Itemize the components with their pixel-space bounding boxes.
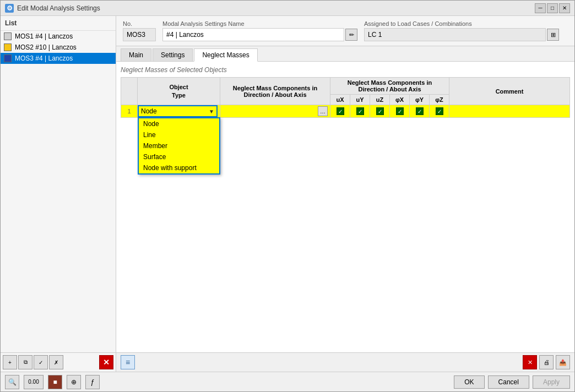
minimize-button[interactable]: ─: [535, 3, 546, 13]
header-row: No. Modal Analysis Settings Name ✏ Assig…: [116, 16, 574, 46]
tab-neglect-masses[interactable]: Neglect Masses: [194, 48, 257, 62]
ux-checkbox-cell[interactable]: ✓: [330, 105, 350, 118]
th-neglect-group: Neglect Mass Components in Direction / A…: [330, 78, 449, 95]
phiy-checkbox-cell[interactable]: ✓: [410, 105, 430, 118]
main-content: List MOS1 #4 | Lanczos MOS2 #10 | Lanczo…: [1, 16, 574, 372]
panel-content: Neglect Masses of Selected Objects Objec…: [116, 62, 574, 352]
mos3-color: [4, 55, 12, 62]
window-title: Edit Modal Analysis Settings: [17, 4, 531, 12]
name-edit-button[interactable]: ✏: [345, 29, 357, 41]
value-button[interactable]: 0.00: [24, 375, 44, 389]
neglect-masses-table: ObjectType Neglect Mass Components in Di…: [121, 77, 570, 118]
th-object-type: ObjectType: [138, 78, 220, 105]
dropdown-arrow-icon: ▼: [209, 108, 214, 115]
color-button[interactable]: ■: [48, 375, 62, 389]
script-button[interactable]: ƒ: [85, 375, 100, 389]
mos3-label: MOS3 #4 | Lanczos: [15, 55, 73, 62]
sidebar-list: MOS1 #4 | Lanczos MOS2 #10 | Lanczos MOS…: [1, 31, 116, 352]
phiz-checkbox-cell[interactable]: ✓: [430, 105, 449, 118]
ok-button[interactable]: OK: [454, 375, 484, 389]
print-button[interactable]: 🖨: [539, 355, 554, 369]
phix-checkbox-cell[interactable]: ✓: [390, 105, 410, 118]
title-bar: ⚙ Edit Modal Analysis Settings ─ □ ✕: [1, 1, 574, 16]
panel-bottom: ≡ ✕ 🖨 📤: [116, 352, 574, 372]
th-ux: uX: [330, 95, 350, 105]
object-list-edit-button[interactable]: …: [318, 106, 328, 116]
name-input[interactable]: [162, 28, 344, 41]
assigned-label: Assigned to Load Cases / Combinations: [364, 20, 559, 27]
phix-checkbox[interactable]: ✓: [396, 107, 404, 115]
th-object-list: Neglect Mass Components in Direction / A…: [220, 78, 330, 105]
dialog-buttons: OK Cancel Apply: [454, 375, 570, 389]
name-label: Modal Analysis Settings Name: [162, 20, 357, 27]
row-number: 1: [121, 105, 138, 118]
no-field: No.: [123, 20, 156, 41]
assigned-input[interactable]: [364, 28, 546, 41]
copy-item-button[interactable]: ⧉: [18, 355, 32, 369]
maximize-button[interactable]: □: [547, 3, 558, 13]
table-row: 1 Node ▼ Node Line: [121, 105, 570, 118]
object-type-cell[interactable]: Node ▼ Node Line Member Surface Node wit…: [138, 105, 220, 118]
sidebar-footer: + ⧉ ✓ ✗ ✕: [1, 352, 116, 372]
name-field: Modal Analysis Settings Name ✏: [162, 20, 357, 41]
mos1-color: [4, 32, 12, 40]
dropdown-option-line[interactable]: Line: [139, 129, 219, 140]
delete-item-button[interactable]: ✕: [99, 355, 113, 369]
sidebar-item-mos3[interactable]: MOS3 #4 | Lanczos: [1, 53, 116, 64]
no-input[interactable]: [123, 28, 156, 41]
assigned-edit-button[interactable]: ⊞: [547, 29, 559, 41]
section-header: Neglect Masses of Selected Objects: [121, 66, 570, 74]
th-phiy: φY: [410, 95, 430, 105]
uy-checkbox-cell[interactable]: ✓: [350, 105, 370, 118]
bottom-bar: 🔍 0.00 ■ ⊕ ƒ OK Cancel Apply: [1, 372, 574, 391]
assigned-value-box: ⊞: [364, 28, 559, 41]
dropdown-option-node[interactable]: Node: [139, 118, 219, 129]
mos1-label: MOS1 #4 | Lanczos: [15, 32, 73, 40]
th-phix: φX: [390, 95, 410, 105]
sidebar-item-mos1[interactable]: MOS1 #4 | Lanczos: [1, 31, 116, 42]
mos2-label: MOS2 #10 | Lanczos: [15, 43, 77, 51]
panel-right-buttons: ✕ 🖨 📤: [523, 355, 570, 369]
th-no: [121, 78, 138, 105]
name-value-box: ✏: [162, 28, 357, 41]
window-icon: ⚙: [5, 4, 14, 13]
assigned-field: Assigned to Load Cases / Combinations ⊞: [364, 20, 559, 41]
phiz-checkbox[interactable]: ✓: [436, 107, 443, 115]
uz-checkbox[interactable]: ✓: [376, 107, 384, 115]
export-button[interactable]: 📤: [556, 355, 570, 369]
apply-button[interactable]: Apply: [533, 375, 570, 389]
add-row-button[interactable]: ≡: [121, 355, 135, 369]
tabs-row: Main Settings Neglect Masses: [116, 46, 574, 62]
sidebar-header: List: [1, 16, 116, 31]
close-button[interactable]: ✕: [559, 3, 570, 13]
phiy-checkbox[interactable]: ✓: [416, 107, 424, 115]
sidebar-item-mos2[interactable]: MOS2 #10 | Lanczos: [1, 42, 116, 53]
tab-main[interactable]: Main: [121, 48, 151, 61]
dropdown-option-node-support[interactable]: Node with support: [139, 162, 219, 173]
object-list-cell[interactable]: …: [220, 105, 330, 118]
dropdown-option-member[interactable]: Member: [139, 140, 219, 151]
check1-button[interactable]: ✓: [34, 355, 48, 369]
th-uz: uZ: [370, 95, 390, 105]
uz-checkbox-cell[interactable]: ✓: [370, 105, 390, 118]
add-item-button[interactable]: +: [3, 355, 17, 369]
th-phiz: φZ: [430, 95, 449, 105]
assign-button[interactable]: ⊕: [67, 375, 81, 389]
main-window: ⚙ Edit Modal Analysis Settings ─ □ ✕ Lis…: [0, 0, 575, 392]
object-type-menu: Node Line Member Surface Node with suppo…: [138, 117, 220, 175]
comment-cell[interactable]: [449, 105, 570, 118]
check2-button[interactable]: ✗: [49, 355, 63, 369]
dropdown-option-surface[interactable]: Surface: [139, 151, 219, 162]
object-type-dropdown[interactable]: Node ▼: [138, 105, 218, 117]
search-button[interactable]: 🔍: [5, 375, 19, 389]
tab-settings[interactable]: Settings: [153, 48, 193, 61]
cancel-button[interactable]: Cancel: [488, 375, 529, 389]
th-uy: uY: [350, 95, 370, 105]
uy-checkbox[interactable]: ✓: [356, 107, 364, 115]
th-comment: Comment: [449, 78, 570, 105]
delete-row-button[interactable]: ✕: [523, 355, 537, 369]
dropdown-selected-value: Node: [141, 107, 209, 115]
object-list-input[interactable]: [223, 107, 317, 115]
window-controls: ─ □ ✕: [535, 3, 570, 13]
ux-checkbox[interactable]: ✓: [337, 107, 344, 115]
